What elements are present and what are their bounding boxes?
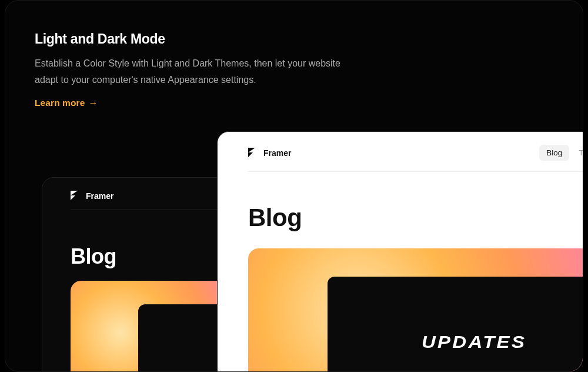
preview-light-frame: Framer Blog Twitter Blog UPDATES: [217, 131, 583, 372]
learn-more-link[interactable]: Learn more →: [35, 98, 98, 108]
hero-inner-card: UPDATES: [328, 277, 583, 372]
feature-content: Light and Dark Mode Establish a Color St…: [5, 1, 583, 108]
arrow-right-icon: →: [88, 98, 98, 108]
feature-card: Light and Dark Mode Establish a Color St…: [5, 0, 583, 372]
hero-image: UPDATES: [248, 248, 583, 372]
page-title: Blog: [218, 172, 583, 248]
hero-card-label: UPDATES: [422, 332, 526, 352]
framer-logo-icon: [248, 148, 258, 158]
feature-title: Light and Dark Mode: [35, 31, 550, 47]
brand-label: Framer: [263, 148, 291, 158]
preview-header: Framer Blog Twitter: [218, 132, 583, 171]
learn-more-label: Learn more: [35, 98, 85, 108]
brand: Framer: [71, 191, 113, 201]
feature-description: Establish a Color Style with Light and D…: [35, 55, 364, 88]
hero-image: [71, 281, 236, 372]
nav-links: Blog Twitter: [539, 145, 583, 161]
nav-link-blog[interactable]: Blog: [539, 145, 569, 161]
framer-logo-icon: [71, 191, 80, 201]
brand: Framer: [248, 148, 291, 158]
brand-label: Framer: [86, 191, 113, 201]
nav-link-twitter[interactable]: Twitter: [572, 145, 583, 161]
